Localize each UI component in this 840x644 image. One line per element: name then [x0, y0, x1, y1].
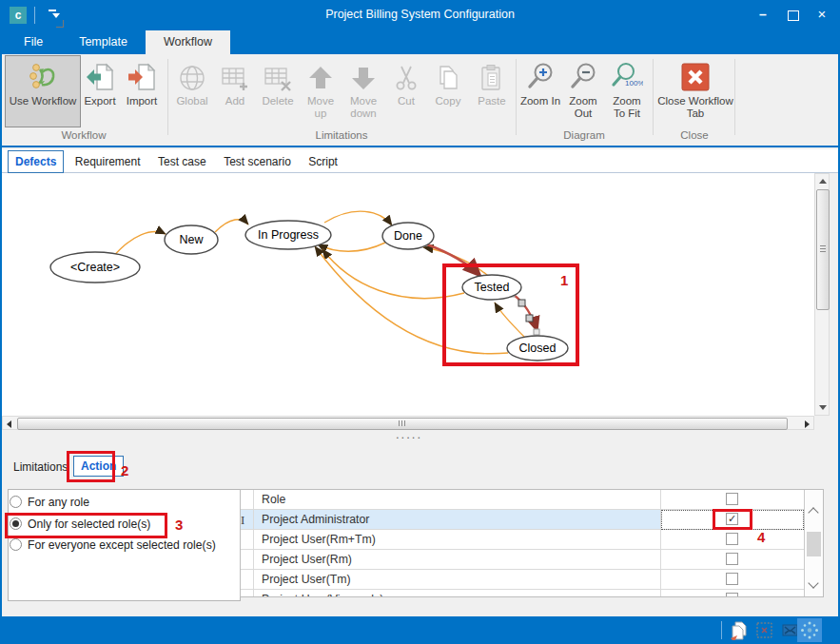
divider	[516, 59, 517, 135]
copy-files-icon[interactable]	[729, 621, 748, 644]
scroll-down-icon[interactable]	[819, 405, 827, 410]
edge-create-new[interactable]	[112, 232, 166, 258]
role-cell[interactable]: Project User(Rm+Tm)	[254, 530, 661, 549]
arrow-up-icon	[306, 56, 335, 92]
tab-test-case[interactable]: Test case	[151, 151, 213, 172]
zoom-to-fit-icon: 100%	[611, 56, 643, 92]
status-bar	[0, 616, 840, 644]
scrollbar-thumb[interactable]	[816, 189, 830, 310]
tab-defects[interactable]: Defects	[8, 150, 64, 173]
edge-inprogress-done[interactable]	[324, 211, 392, 225]
scissors-icon	[392, 56, 420, 92]
tab-file[interactable]: File	[6, 30, 61, 54]
diagram-vertical-scrollbar[interactable]	[814, 173, 830, 416]
export-button[interactable]: Export	[79, 56, 121, 127]
tab-workflow[interactable]: Workflow	[146, 30, 230, 54]
role-cell[interactable]: Project Administrator	[254, 510, 661, 529]
tab-requirement[interactable]: Requirement	[68, 151, 147, 172]
import-button[interactable]: Import	[121, 56, 163, 127]
scroll-down-icon[interactable]	[810, 579, 818, 588]
close-workflow-tab-button[interactable]: Close Workflow Tab	[655, 56, 735, 127]
table-delete-icon	[264, 56, 292, 92]
row-checkbox[interactable]	[726, 553, 738, 565]
grid-status-icon	[797, 618, 822, 642]
table-vertical-scrollbar[interactable]	[804, 490, 823, 596]
divider	[721, 621, 722, 639]
use-workflow-icon	[27, 56, 59, 92]
scroll-up-icon[interactable]	[810, 505, 818, 514]
radio-icon[interactable]	[10, 496, 22, 508]
annotation-box-2	[67, 451, 115, 482]
close-button[interactable]: ×	[808, 0, 836, 30]
edge-new-inprogress[interactable]	[215, 220, 248, 232]
column-header-role[interactable]: Role	[254, 490, 661, 509]
cut-button[interactable]: Cut	[388, 56, 424, 127]
global-button[interactable]: Global	[171, 56, 213, 127]
copy-button[interactable]: Copy	[428, 56, 468, 127]
radio-everyone-except[interactable]: For everyone except selected role(s)	[10, 538, 216, 553]
role-cell[interactable]: Project User(View only)	[254, 590, 661, 597]
table-row[interactable]: Project User(Rm)	[241, 550, 823, 570]
ribbon-group-limitations: Limitations	[169, 129, 514, 141]
role-cell[interactable]: Project User(Rm)	[254, 550, 661, 569]
tab-template[interactable]: Template	[61, 30, 146, 54]
ribbon-group-diagram: Diagram	[518, 129, 651, 141]
divider	[734, 59, 735, 135]
zoom-to-fit-button[interactable]: 100% Zoom To Fit	[605, 56, 649, 127]
table-row[interactable]: Project User(Rm+Tm)	[241, 530, 823, 550]
text-cursor: I	[241, 513, 244, 528]
table-row[interactable]: Project User(View only)	[241, 590, 823, 597]
header-checkbox[interactable]	[726, 493, 738, 505]
title-bar: c Project Billing System Configuration –…	[0, 0, 840, 30]
add-button[interactable]: Add	[216, 56, 254, 127]
splitter-handle[interactable]: .....	[0, 428, 818, 441]
divider	[653, 59, 654, 135]
image-placeholder-icon[interactable]	[755, 621, 773, 643]
svg-text:100%: 100%	[625, 79, 643, 88]
tab-script[interactable]: Script	[302, 151, 344, 172]
minimize-button[interactable]: –	[749, 0, 777, 30]
radio-for-any-role[interactable]: For any role	[10, 496, 89, 510]
zoom-out-button[interactable]: Zoom Out	[562, 56, 604, 127]
entity-tab-bar: Defects Requirement Test case Test scena…	[2, 149, 838, 173]
grid-status-button[interactable]	[797, 618, 822, 642]
annotation-label-4: 4	[757, 529, 765, 545]
row-checkbox[interactable]	[726, 573, 738, 585]
maximize-button[interactable]	[779, 0, 808, 30]
scrollbar-thumb[interactable]	[807, 532, 821, 556]
ribbon-group-workflow: Workflow	[0, 129, 167, 141]
annotation-label-3: 3	[175, 517, 183, 533]
export-icon	[85, 56, 115, 92]
scroll-up-icon[interactable]	[819, 179, 827, 184]
annotation-box-3	[5, 513, 167, 538]
scroll-left-icon[interactable]	[7, 420, 11, 428]
table-header-row: Role	[241, 490, 823, 510]
roles-table: Role Project Administrator ✓ Project Use…	[240, 489, 824, 597]
import-icon	[127, 56, 157, 92]
close-x-icon	[680, 56, 711, 92]
paste-button[interactable]: Paste	[472, 56, 512, 127]
zoom-in-button[interactable]: Zoom In	[519, 56, 561, 127]
table-row[interactable]: Project User(Tm)	[241, 570, 823, 590]
use-workflow-button[interactable]: Use Workflow	[5, 55, 81, 127]
node-new-label: New	[179, 233, 204, 246]
node-create-label: <Create>	[70, 261, 120, 274]
copy-icon	[434, 56, 462, 92]
window-border	[0, 54, 2, 616]
annotation-box-4	[713, 509, 752, 530]
edge-done-inprogress[interactable]	[318, 243, 385, 251]
tab-limitations[interactable]: Limitations	[13, 460, 68, 474]
radio-icon[interactable]	[10, 538, 22, 551]
tab-test-scenario[interactable]: Test scenario	[217, 151, 298, 172]
window-title: Project Billing System Configuration	[0, 0, 840, 30]
zoom-in-icon	[526, 56, 555, 92]
delete-button[interactable]: Delete	[257, 56, 299, 127]
node-done-label: Done	[394, 229, 422, 243]
role-cell[interactable]: Project User(Tm)	[254, 570, 661, 589]
scroll-right-icon[interactable]	[805, 420, 810, 428]
row-checkbox[interactable]	[726, 533, 738, 545]
workflow-diagram-canvas[interactable]: <Create> New In Progress Done Tested Clo…	[2, 173, 814, 416]
move-up-button[interactable]: Move up	[301, 56, 341, 127]
row-checkbox[interactable]	[726, 593, 738, 597]
move-down-button[interactable]: Move down	[342, 56, 384, 127]
